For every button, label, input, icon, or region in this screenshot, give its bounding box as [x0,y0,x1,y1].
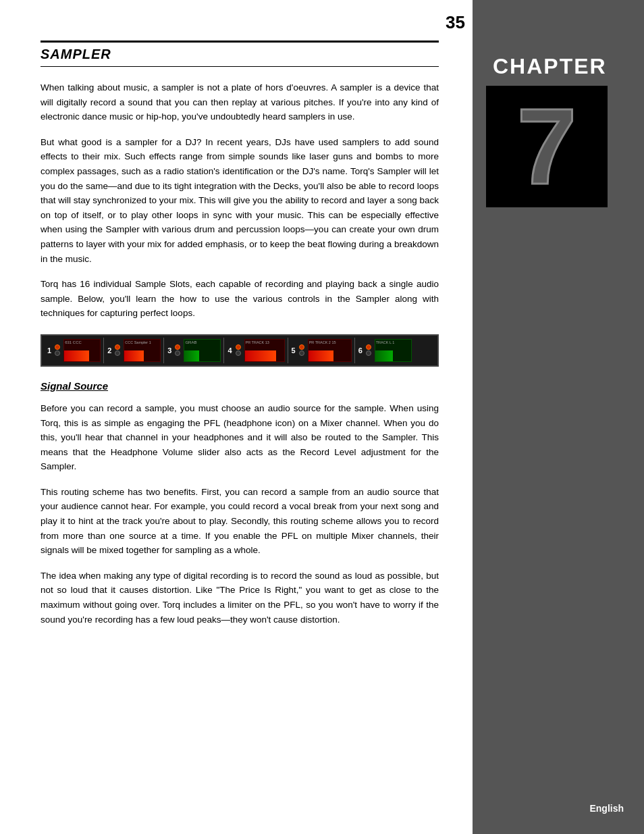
signal-source-heading: Signal Source [41,380,439,392]
chapter-sidebar: CHAPTER 7 English [473,0,644,834]
sampler-slots-image: 1 631 CCC 2 CCC Sampler 1 3 GRAB [41,334,439,367]
sampler-para-1: When talking about music, a sampler is n… [41,80,439,124]
chapter-label: CHAPTER [493,54,607,79]
chapter-number-box: 7 [486,86,608,207]
signal-source-para-1: Before you can record a sample, you must… [41,401,439,474]
chapter-number: 7 [517,93,577,201]
signal-source-para-3: The idea when making any type of digital… [41,569,439,627]
sampler-para-2: But what good is a sampler for a DJ? In … [41,135,439,266]
signal-source-para-2: This routing scheme has two benefits. Fi… [41,485,439,558]
sampler-para-3: Torq has 16 individual Sample Slots, eac… [41,277,439,321]
language-label: English [589,803,624,814]
sampler-heading: SAMPLER [41,41,439,67]
